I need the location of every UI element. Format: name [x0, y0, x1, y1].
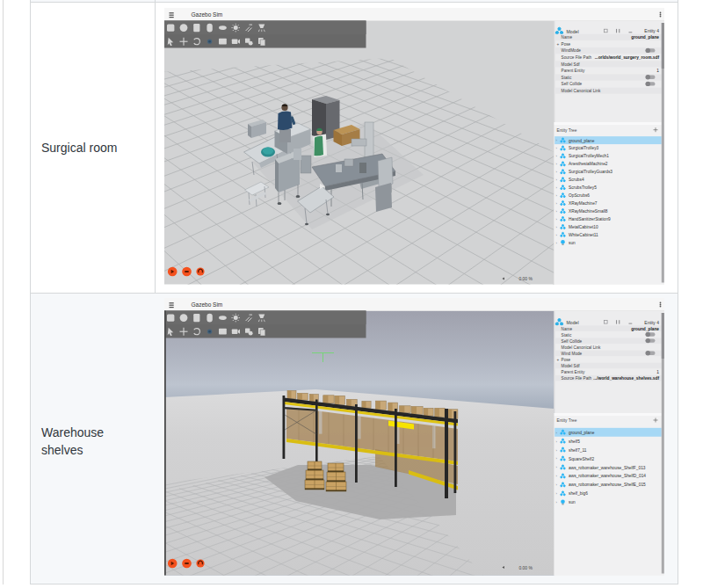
svg-text:shelf5: shelf5 [569, 439, 580, 444]
svg-text:Entity 4: Entity 4 [644, 28, 659, 33]
svg-text:aws_robomaker_warehouse_ShelfE: aws_robomaker_warehouse_ShelfE_015 [569, 483, 646, 487]
svg-text:SquareShelf2: SquareShelf2 [569, 457, 594, 461]
svg-text:OpScrubs6: OpScrubs6 [569, 193, 590, 198]
svg-text:SurgicalTrolley3: SurgicalTrolley3 [569, 146, 599, 150]
svg-text:aws_robomaker_warehouse_ShelfF: aws_robomaker_warehouse_ShelfF_013 [569, 466, 646, 470]
svg-text:Source File Path: Source File Path [562, 376, 592, 381]
svg-text:shelf_big6: shelf_big6 [569, 491, 588, 496]
svg-text:Model Canonical Link: Model Canonical Link [562, 345, 601, 350]
svg-text:WindMode: WindMode [562, 48, 582, 53]
svg-text:Wind Mode: Wind Mode [562, 352, 583, 356]
svg-text:MetalCabinet10: MetalCabinet10 [569, 225, 598, 229]
svg-text:Gazebo Sim: Gazebo Sim [192, 301, 223, 308]
svg-text:0.00 %: 0.00 % [518, 565, 533, 570]
svg-text:Self Collide: Self Collide [562, 82, 583, 86]
svg-text:Model: Model [567, 320, 579, 325]
svg-text:SurgicalTrolleyMech1: SurgicalTrolleyMech1 [569, 154, 609, 158]
svg-text:WhiteCabinet11: WhiteCabinet11 [569, 233, 598, 237]
svg-text:Scrubs4: Scrubs4 [569, 178, 584, 182]
svg-text:Static: Static [562, 333, 572, 338]
svg-text:Model: Model [567, 29, 579, 34]
svg-text:Parent Entity: Parent Entity [562, 370, 585, 374]
svg-text:Gazebo Sim: Gazebo Sim [192, 11, 223, 18]
svg-text:shelf7_11: shelf7_11 [569, 448, 587, 453]
svg-text:Model Sdf: Model Sdf [562, 62, 581, 67]
svg-text:ground_plane: ground_plane [569, 139, 595, 143]
svg-text:Source File Path: Source File Path [562, 55, 592, 60]
svg-text:Pose: Pose [562, 42, 571, 47]
svg-text:sun: sun [569, 500, 576, 505]
svg-text:Entity Tree: Entity Tree [557, 128, 577, 133]
svg-text:Static: Static [562, 76, 572, 80]
svg-text:1: 1 [656, 370, 659, 374]
svg-text:Name: Name [562, 35, 573, 40]
svg-text:Entity Tree: Entity Tree [557, 418, 577, 423]
svg-text:1: 1 [656, 69, 659, 73]
svg-text:Model Sdf: Model Sdf [562, 364, 581, 368]
svg-text:ground_plane: ground_plane [631, 35, 659, 40]
svg-text:.../world_warehouse_shelves.sd: .../world_warehouse_shelves.sdf [593, 376, 659, 381]
svg-text:Self Collide: Self Collide [562, 339, 583, 344]
svg-text:SurgicalTrolleyGuards3: SurgicalTrolleyGuards3 [569, 170, 612, 174]
svg-text:XRayMachineSmall8: XRayMachineSmall8 [569, 209, 608, 214]
svg-text:Name: Name [562, 327, 573, 331]
svg-text:aws_robomaker_warehouse_ShelfD: aws_robomaker_warehouse_ShelfD_014 [569, 474, 646, 478]
svg-text:...orlds/world_surgery_room.sd: ...orlds/world_surgery_room.sdf [595, 55, 660, 60]
svg-text:sun: sun [569, 241, 576, 245]
svg-text:+: + [557, 358, 560, 362]
svg-text:Pose: Pose [562, 358, 571, 362]
svg-text:XRayMachine7: XRayMachine7 [569, 201, 598, 206]
svg-text:AnesthesiaMachine2: AnesthesiaMachine2 [569, 162, 608, 166]
svg-text:Entity 4: Entity 4 [644, 320, 659, 325]
svg-text:+: + [557, 42, 560, 47]
svg-text:0.00 %: 0.00 % [518, 276, 533, 281]
svg-text:ScrubsTrolley5: ScrubsTrolley5 [569, 185, 597, 190]
svg-text:Model Canonical Link: Model Canonical Link [562, 89, 601, 93]
svg-text:ground_plane: ground_plane [631, 327, 659, 331]
svg-text:ground_plane: ground_plane [569, 431, 595, 435]
svg-text:HandSanitizerStation9: HandSanitizerStation9 [569, 217, 611, 221]
svg-text:Parent Entity: Parent Entity [562, 69, 585, 73]
